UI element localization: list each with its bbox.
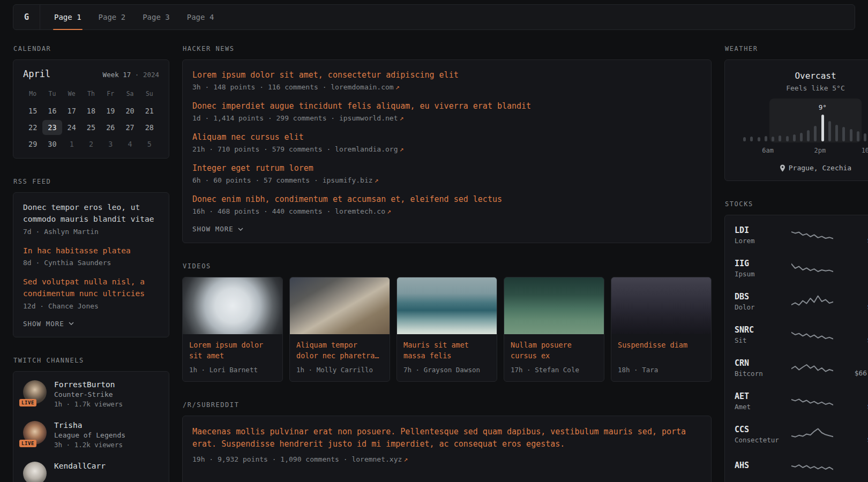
weather-hour-slot xyxy=(755,115,762,141)
time-label: 6am xyxy=(762,147,774,154)
video-thumbnail[interactable] xyxy=(611,277,711,334)
stock-row[interactable]: DBSDolor +1.42%$156.28 xyxy=(735,285,868,318)
hackernews-widget: HACKER NEWS Lorem ipsum dolor sit amet, … xyxy=(182,45,712,243)
day-header: Sa xyxy=(120,87,139,102)
video-title-link[interactable]: Mauris sit amet massa felis xyxy=(403,340,490,361)
video-title-link[interactable]: Suspendisse diam xyxy=(618,340,705,361)
story-title-link[interactable]: Donec imperdiet augue tincidunt felis al… xyxy=(192,101,701,112)
video-card[interactable]: Nullam posuere cursus ex 17h · Stefan Co… xyxy=(504,277,604,382)
stock-name: Consectetur xyxy=(735,436,791,444)
calendar-day: 18 xyxy=(81,103,101,118)
stock-row[interactable]: LDILorem +4.35%$795.18 xyxy=(735,219,868,252)
channel-game[interactable]: League of Legends xyxy=(54,431,125,439)
video-title-link[interactable]: Nullam posuere cursus ex xyxy=(511,340,597,361)
stock-identity: SNRCSit xyxy=(735,325,791,344)
show-more-label: SHOW MORE xyxy=(192,225,234,233)
time-label: 10pm xyxy=(862,147,868,154)
story-meta-text: 1d · 1,414 points · 299 comments · ipsum… xyxy=(192,114,398,122)
stock-row[interactable]: SNRCSit +1.36%$148.64 xyxy=(735,318,868,351)
external-link-icon[interactable]: ↗ xyxy=(400,145,404,153)
stock-sparkline xyxy=(791,393,833,409)
calendar-day: 24 xyxy=(62,120,81,135)
external-link-icon[interactable]: ↗ xyxy=(400,114,404,122)
stock-sparkline xyxy=(791,293,833,310)
twitch-channel-row[interactable]: LIVE Trisha League of Legends 3h · 1.2k … xyxy=(23,421,159,449)
stock-row[interactable]: CRNBitcorn -1.00%$66,171.48 xyxy=(735,351,868,385)
stock-sparkline xyxy=(791,327,833,343)
stock-row[interactable]: AETAmet +0.92%$499.72 xyxy=(735,385,868,418)
video-title-link[interactable]: Lorem ipsum dolor sit amet consectetu… xyxy=(189,340,276,361)
tab-page-2[interactable]: Page 2 xyxy=(98,5,127,29)
tab-page-4[interactable]: Page 4 xyxy=(186,5,215,29)
stock-name: Amet xyxy=(735,403,791,411)
videos-widget: VIDEOS Lorem ipsum dolor sit amet consec… xyxy=(182,262,712,382)
calendar-day: 20 xyxy=(120,103,139,118)
channel-name[interactable]: ForrestBurton xyxy=(54,380,123,389)
story-title-link[interactable]: Donec enim nibh, condimentum et accumsan… xyxy=(192,194,701,205)
external-link-icon[interactable]: ↗ xyxy=(387,207,391,215)
stock-row[interactable]: IIGIpsum +2.84%$42.04 xyxy=(735,252,868,285)
channel-name[interactable]: KendallCarr xyxy=(54,462,106,470)
video-thumbnail[interactable] xyxy=(504,277,604,334)
external-link-icon[interactable]: ↗ xyxy=(395,83,400,91)
video-card[interactable]: Suspendisse diam 18h · Tara xyxy=(611,277,712,382)
post-meta: 19h · 9,932 points · 1,090 comments · lo… xyxy=(192,455,701,463)
twitch-channel-row[interactable]: LIVE ForrestBurton Counter-Strike 1h · 1… xyxy=(23,380,159,408)
rss-item-link[interactable]: Sed volutpat nulla nisl, a condimentum n… xyxy=(23,276,159,300)
weather-bar xyxy=(772,137,774,141)
rss-item-link[interactable]: Donec tempor eros leo, ut commodo mauris… xyxy=(23,202,159,225)
calendar-day: 17 xyxy=(62,103,81,118)
weather-section-title: WEATHER xyxy=(725,45,868,52)
post-title-link[interactable]: Maecenas mollis pulvinar erat non posuer… xyxy=(192,426,701,451)
page-tabs: Page 1 Page 2 Page 3 Page 4 xyxy=(53,5,215,29)
app-logo[interactable]: G xyxy=(13,5,40,29)
stock-row[interactable]: CCSConsectetur +0.51%$165.84 xyxy=(735,418,868,451)
story-meta: 1d · 1,414 points · 299 comments · ipsum… xyxy=(192,114,701,122)
hn-story: Donec imperdiet augue tincidunt felis al… xyxy=(192,101,701,122)
day-header: Th xyxy=(81,87,101,102)
sparkline-path xyxy=(791,264,833,272)
weather-hour-slot xyxy=(783,115,790,141)
stock-identity: AHS xyxy=(735,461,791,472)
weather-hour-slot xyxy=(848,115,855,141)
channel-game[interactable]: Counter-Strike xyxy=(54,390,123,398)
live-badge: LIVE xyxy=(19,440,36,447)
sparkline-path xyxy=(791,232,833,239)
rss-item: In hac habitasse platea 8d · Cynthia Sau… xyxy=(23,245,159,267)
stock-price: $66,171.48 xyxy=(855,369,868,377)
twitch-channel-row[interactable]: KendallCarr xyxy=(23,462,159,482)
weather-bar xyxy=(850,129,852,141)
video-thumbnail[interactable] xyxy=(183,277,282,334)
rss-show-more-button[interactable]: SHOW MORE xyxy=(23,320,74,328)
stock-row[interactable]: AHS +0.46% xyxy=(735,451,868,481)
video-card[interactable]: Mauris sit amet massa felis 7h · Grayson… xyxy=(396,277,497,382)
hn-show-more-button[interactable]: SHOW MORE xyxy=(192,225,243,233)
calendar-day: 16 xyxy=(42,103,62,118)
story-title-link[interactable]: Aliquam nec cursus elit xyxy=(192,132,701,143)
stock-identity: IIGIpsum xyxy=(735,259,791,278)
tab-page-3[interactable]: Page 3 xyxy=(141,5,171,29)
location-pin-icon xyxy=(780,164,785,172)
video-thumbnail[interactable] xyxy=(290,277,390,334)
story-title-link[interactable]: Lorem ipsum dolor sit amet, consectetur … xyxy=(192,70,701,81)
right-column: WEATHER Overcast Feels like 5°C 9° 6am 2… xyxy=(724,45,868,482)
tab-page-1[interactable]: Page 1 xyxy=(53,5,83,29)
story-title-link[interactable]: Integer eget rutrum lorem xyxy=(192,163,701,174)
rss-item: Sed volutpat nulla nisl, a condimentum n… xyxy=(23,276,159,310)
rss-item-meta: 12d · Chance Jones xyxy=(23,302,159,310)
day-header: We xyxy=(62,87,81,102)
story-meta: 6h · 60 points · 57 comments · ipsumify.… xyxy=(192,176,701,184)
external-link-icon[interactable]: ↗ xyxy=(375,176,379,184)
weather-bar xyxy=(750,137,753,141)
video-card[interactable]: Aliquam tempor dolor nec pharetra… 1h · … xyxy=(289,277,390,382)
channel-name[interactable]: Trisha xyxy=(54,421,125,430)
video-meta: 1h · Lori Barnett xyxy=(189,366,276,374)
video-thumbnail[interactable] xyxy=(397,277,497,334)
external-link-icon[interactable]: ↗ xyxy=(403,455,408,463)
rss-item-link[interactable]: In hac habitasse platea xyxy=(23,245,159,257)
weather-bar xyxy=(765,136,767,141)
video-strip[interactable]: Lorem ipsum dolor sit amet consectetu… 1… xyxy=(182,277,712,382)
video-card[interactable]: Lorem ipsum dolor sit amet consectetu… 1… xyxy=(182,277,283,382)
stock-name: Sit xyxy=(735,336,791,344)
video-title-link[interactable]: Aliquam tempor dolor nec pharetra… xyxy=(296,340,383,361)
